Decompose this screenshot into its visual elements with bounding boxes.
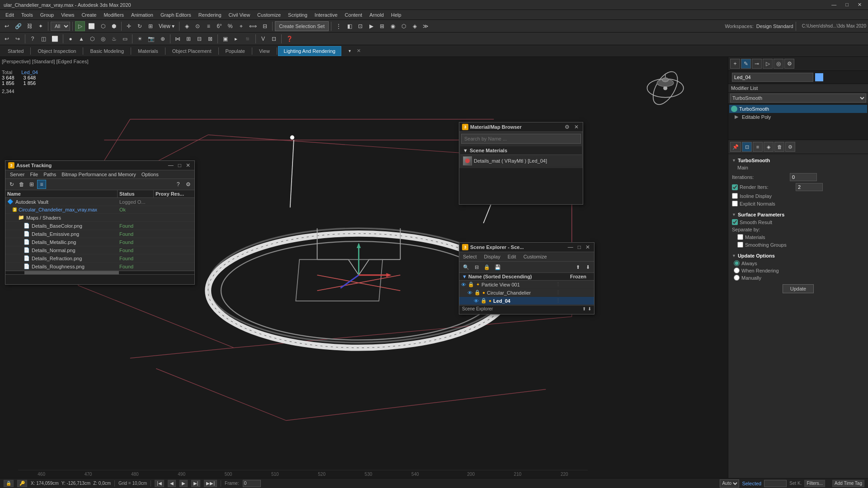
asset-tracking-maximize[interactable]: □ xyxy=(177,162,183,169)
se-search-btn[interactable]: 🔍 xyxy=(461,263,471,272)
undo-btn[interactable]: ↩ xyxy=(2,21,12,31)
menu-views[interactable]: Views xyxy=(57,11,78,19)
pin-btn[interactable]: 📌 xyxy=(730,142,741,152)
material-editor-btn[interactable]: ◧ xyxy=(344,21,354,31)
iterations-input[interactable] xyxy=(790,173,817,181)
at-row-metallic[interactable]: 📄 Details_Metallic.png Found xyxy=(5,238,194,246)
configure-btn[interactable]: ⚙ xyxy=(785,142,795,152)
se-tab-select[interactable]: Select xyxy=(461,253,479,260)
tb2-snap2[interactable]: ⊞ xyxy=(184,34,193,44)
paint-btn[interactable]: ⬢ xyxy=(109,21,119,31)
tab-materials[interactable]: Materials xyxy=(132,46,164,56)
explicit-normals-checkbox[interactable] xyxy=(732,201,738,206)
tab-object-placement[interactable]: Object Placement xyxy=(166,46,217,56)
at-menu-paths[interactable]: Paths xyxy=(41,171,59,178)
config-modifier-sets-btn[interactable]: ≡ xyxy=(753,142,763,152)
menu-group[interactable]: Group xyxy=(37,11,58,19)
tb2-layers2[interactable]: ◫ xyxy=(38,34,48,44)
tab-populate[interactable]: Populate xyxy=(220,46,251,56)
se-nav-down[interactable]: ⬇ xyxy=(588,306,591,311)
select-region-btn[interactable]: ⬜ xyxy=(86,21,97,31)
tb2-snap[interactable]: ⋈ xyxy=(173,34,183,44)
rp-utilities-btn[interactable]: ⚙ xyxy=(784,59,794,69)
manually-radio[interactable] xyxy=(734,275,740,281)
close-btn[interactable]: ✕ xyxy=(855,1,864,9)
filter-dropdown[interactable]: All xyxy=(51,22,70,31)
tab-lighting-rendering[interactable]: Lighting And Rendering xyxy=(278,46,341,56)
select-btn[interactable]: ▷ xyxy=(75,21,85,31)
tab-view[interactable]: View xyxy=(253,46,276,56)
lasso-btn[interactable]: ⬡ xyxy=(98,21,108,31)
se-tab-edit[interactable]: Edit xyxy=(506,253,518,260)
angle-snap-btn[interactable]: 6° xyxy=(214,21,224,31)
delete-modifier-btn[interactable]: 🗑 xyxy=(774,142,784,152)
at-list-btn[interactable]: ≡ xyxy=(37,180,46,189)
setk-input[interactable] xyxy=(764,480,787,487)
rp-display-btn[interactable]: ◎ xyxy=(774,59,783,69)
status-playback-play[interactable]: ▶ xyxy=(179,480,188,487)
at-row-vault[interactable]: 🔷Autodesk Vault Logged O... xyxy=(5,198,194,206)
status-playback-start[interactable]: |◀ xyxy=(155,480,164,487)
create-selection-btn[interactable]: Create Selection Set xyxy=(275,21,329,31)
magnet-btn[interactable]: ⌖ xyxy=(236,21,246,31)
tb2-box[interactable]: ⬜ xyxy=(49,34,61,44)
smoothing-groups-checkbox[interactable] xyxy=(737,242,743,248)
rotate-btn[interactable]: ↻ xyxy=(135,21,145,31)
mb-details-mat-item[interactable]: Details_mat ( VRayMtl ) [Led_04] xyxy=(460,155,582,167)
snap3d-btn[interactable]: ⊞ xyxy=(146,21,156,31)
always-radio-label[interactable]: Always xyxy=(734,260,864,266)
auto-dropdown[interactable]: Auto xyxy=(720,479,739,488)
se-down-btn[interactable]: ⬇ xyxy=(583,263,592,272)
at-menu-options[interactable]: Options xyxy=(139,171,161,178)
se-maximize-btn[interactable]: □ xyxy=(576,244,582,250)
isolate-btn[interactable]: ⊙ xyxy=(193,21,203,31)
tb2-vray1[interactable]: V xyxy=(258,34,268,44)
menu-scripting[interactable]: Scripting xyxy=(284,11,311,19)
tab-object-inspection[interactable]: Object Inspection xyxy=(32,46,82,56)
activeshade-btn[interactable]: ◉ xyxy=(388,21,398,31)
mb-scene-materials-header[interactable]: ▼ Scene Materials xyxy=(460,146,582,155)
show-end-result-btn[interactable]: ⊡ xyxy=(742,142,752,152)
turbosmooth-header[interactable]: TurboSmooth xyxy=(732,156,864,164)
se-nav-up[interactable]: ⬆ xyxy=(582,306,586,311)
schematic-btn[interactable]: ⋮ xyxy=(334,21,344,31)
more-btn[interactable]: ≫ xyxy=(420,21,431,31)
asset-tracking-minimize[interactable]: — xyxy=(167,162,175,169)
se-row-particle[interactable]: 👁 🔒 ✦ Particle View 001 ⋮ xyxy=(459,281,594,289)
at-row-refraction[interactable]: 📄 Details_Refraction.png Found xyxy=(5,254,194,263)
move-btn[interactable]: ✛ xyxy=(124,21,134,31)
se-row-led04[interactable]: 👁 🔒 ● Led_04 ⋮ xyxy=(459,297,594,305)
materials-checkbox[interactable] xyxy=(737,234,743,240)
tb2-question[interactable]: ❓ xyxy=(284,34,295,44)
align-btn[interactable]: ⊟ xyxy=(260,21,270,31)
mb-search-input[interactable] xyxy=(461,134,581,144)
se-filter-btn[interactable]: ⊟ xyxy=(472,263,481,272)
menu-create[interactable]: Create xyxy=(78,11,100,19)
tb2-undo[interactable]: ↩ xyxy=(2,34,12,44)
menu-tools[interactable]: Tools xyxy=(18,11,37,19)
tb2-plane[interactable]: ▭ xyxy=(120,34,130,44)
at-row-maxfile[interactable]: 3 Circular_Chandelier_max_vray.max Ok xyxy=(5,206,194,214)
tb2-cone[interactable]: ▲ xyxy=(76,34,86,44)
filters-btn[interactable]: Filters... xyxy=(804,480,825,487)
rp-color-btn[interactable] xyxy=(815,73,823,81)
menu-customize[interactable]: Customize xyxy=(254,11,284,19)
when-rendering-radio[interactable] xyxy=(734,267,740,273)
rp-hierarchy-btn[interactable]: ⊸ xyxy=(752,59,762,69)
menu-content[interactable]: Content xyxy=(341,11,366,19)
env-btn[interactable]: ⬡ xyxy=(399,21,409,31)
render-frame-btn[interactable]: ⊞ xyxy=(377,21,387,31)
se-lock-btn[interactable]: 🔒 xyxy=(482,263,492,272)
se-tab-display[interactable]: Display xyxy=(482,253,502,260)
tb2-sphere[interactable]: ● xyxy=(66,34,75,44)
at-row-maps-folder[interactable]: 📁 Maps / Shaders xyxy=(5,214,194,222)
render-iters-checkbox[interactable] xyxy=(732,184,738,190)
snap-btn[interactable]: ✦ xyxy=(36,21,46,31)
menu-edit[interactable]: Edit xyxy=(2,11,18,19)
tb2-material[interactable]: ▣ xyxy=(220,34,230,44)
menu-rendering[interactable]: Rendering xyxy=(195,11,225,19)
menu-civil-view[interactable]: Civil View xyxy=(225,11,254,19)
tb2-teapot[interactable]: ♨ xyxy=(109,34,119,44)
at-row-normal[interactable]: 📄 Details_Normal.png Found xyxy=(5,246,194,254)
tb2-cyl[interactable]: ⬡ xyxy=(87,34,97,44)
